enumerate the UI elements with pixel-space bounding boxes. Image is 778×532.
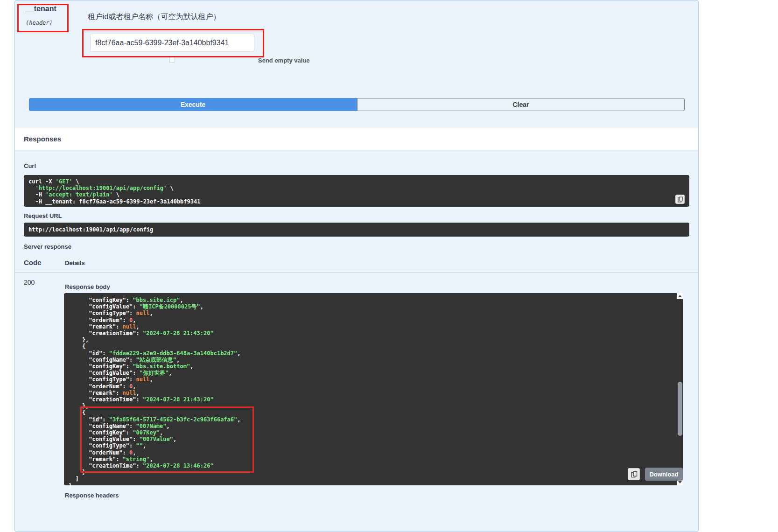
curl-block: curl -X 'GET' \ 'http://localhost:19001/…: [24, 175, 689, 207]
download-button[interactable]: Download: [645, 468, 683, 481]
tenant-value-input[interactable]: [90, 34, 254, 52]
response-scrollbar-thumb[interactable]: [678, 382, 682, 436]
server-response-label: Server response: [24, 243, 71, 250]
responses-title: Responses: [24, 135, 61, 143]
curl-command: curl -X 'GET' \ 'http://localhost:19001/…: [24, 175, 689, 208]
clear-button[interactable]: Clear: [357, 98, 685, 111]
curl-label: Curl: [24, 162, 36, 169]
response-headers-label: Response headers: [65, 492, 119, 499]
response-copy-button[interactable]: [628, 468, 640, 480]
clipboard-copy-icon: [631, 471, 638, 478]
responses-header-band: Responses: [15, 127, 698, 150]
request-url-block: http://localhost:19001/api/app/config: [24, 223, 689, 237]
status-code: 200: [24, 279, 35, 286]
clipboard-copy-icon: [677, 196, 683, 203]
parameter-location: (header): [26, 20, 53, 26]
response-body-label: Response body: [65, 283, 110, 290]
curl-copy-button[interactable]: [675, 195, 685, 204]
table-header-divider: [15, 272, 698, 273]
details-column-header: Details: [65, 259, 85, 266]
execute-button[interactable]: Execute: [29, 98, 357, 111]
request-url-label: Request URL: [24, 212, 62, 219]
scroll-up-icon: [678, 295, 682, 297]
parameter-name: __tenant: [26, 5, 56, 13]
swagger-operation-page: __tenant (header) 租户id或者租户名称（可空为默认租户） Se…: [0, 0, 778, 532]
code-column-header: Code: [24, 259, 42, 266]
send-empty-value-label: Send empty value: [258, 57, 310, 64]
response-body-json: "configKey": "bbs.site.icp", "configValu…: [64, 293, 683, 493]
send-empty-value-checkbox[interactable]: [169, 57, 175, 63]
parameter-description: 租户id或者租户名称（可空为默认租户）: [88, 12, 220, 22]
response-body-block: "configKey": "bbs.site.icp", "configValu…: [64, 293, 683, 485]
request-url-value: http://localhost:19001/api/app/config: [24, 223, 689, 237]
scroll-down-icon: [678, 481, 682, 483]
scroll-up-button[interactable]: [677, 293, 683, 299]
